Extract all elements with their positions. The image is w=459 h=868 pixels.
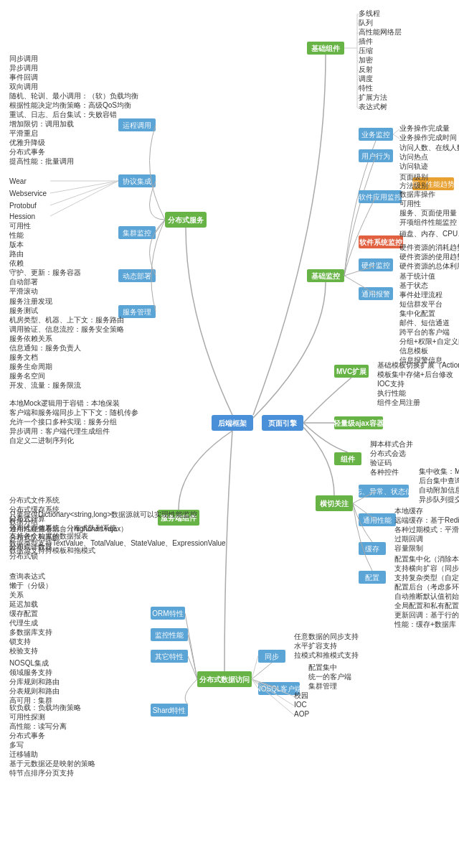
item-webservice: Webservice [9, 190, 47, 197]
item-cache-modes: 各种过期模式：平滑过期、绝对时间过期、依赖过期 [394, 526, 459, 533]
svg-text:分布式服务: 分布式服务 [167, 216, 204, 224]
item-incremental-update: 更新回调：基于行的（同步）控制 [394, 611, 459, 619]
item-hession: Hession [9, 213, 35, 220]
item-status-based: 基于状态 [399, 281, 428, 289]
item-relation: 关系 [9, 591, 24, 599]
item-hardware-usage: 硬件资源的使用趋势（细化到进程） [399, 253, 459, 261]
item-service-page-usage: 服务、页面使用量 [399, 209, 457, 217]
item-guard-update: 守护、更新：服务容器 [9, 269, 81, 276]
item-split-rule: 分库规则和路由 [9, 678, 60, 686]
item-deps: 依赖 [9, 259, 24, 267]
node-backend-label: 后端框架 [217, 419, 247, 427]
item-smooth: 平滑重启 [9, 129, 38, 137]
item-meta-strategy: 基于元数据还是映射的策略 [9, 760, 95, 767]
item-protobuf: Protobuf [9, 202, 37, 210]
item-execution-perf: 执行性能 [377, 389, 406, 397]
item-performance: 性能 [9, 231, 24, 239]
item-split-table-rule: 分表规则和路由 [9, 687, 60, 695]
item-hardware-trend: 硬件资源的消耗趋势（容量规划） [399, 243, 459, 251]
item-central-collect: 集中收集：Mongodb [419, 467, 459, 475]
svg-text:组件: 组件 [340, 455, 356, 463]
item-nosql: NOSQL集成 [9, 659, 49, 667]
item-service-lifetime: 服务生命周期 [9, 363, 52, 370]
item-rolling-deploy: 平滑滚动 [9, 287, 38, 295]
svg-text:软件系统监控: 软件系统监控 [359, 238, 402, 246]
item-compress: 压缩 [359, 47, 373, 55]
item-retry: 重试、日志、后台集试：失败容错 [9, 111, 117, 118]
svg-text:横切关注: 横切关注 [319, 500, 349, 508]
item-hardware-util: 硬件资源的总体利用率 [399, 262, 459, 270]
item-service-doc: 服务文档 [9, 353, 38, 361]
item-proxy-gen: 代理生成 [9, 619, 38, 627]
item-ioc-aop: 校园 [293, 691, 308, 699]
item-disk-mem-cpu: 磁盘、内存、CPU、网络 [399, 230, 459, 238]
item-service-test: 服务测试 [9, 307, 38, 314]
svg-text:硬件监控: 硬件监控 [361, 261, 390, 269]
item-service-owner: 信息通知：服务负责人 [9, 344, 81, 352]
item-multi-write: 多写 [9, 741, 24, 749]
item-page-level: 页面级别 [399, 173, 428, 181]
item-performance-node: 性能：缓存+数据库 [394, 620, 456, 628]
svg-text:Shard特性: Shard特性 [153, 706, 186, 714]
item-config-central: 配置集中化（消除本地配置） [394, 555, 459, 563]
item-async-call: 异步调用 [9, 64, 38, 72]
svg-text:轻量级ajax容器: 轻量级ajax容器 [333, 419, 384, 427]
item-ioc-support: IOC支持 [377, 380, 404, 388]
svg-text:服务管理: 服务管理 [123, 308, 151, 316]
item-plugin: 插件 [359, 37, 373, 45]
item-cache-refresh: 过期回调 [394, 535, 423, 543]
svg-text:基础组件: 基础组件 [311, 45, 341, 52]
item-expression-tree: 表达式树 [359, 103, 387, 111]
item-method-level: 方法级别 [399, 182, 428, 190]
svg-text:ORM特性: ORM特性 [152, 610, 183, 617]
item-biz-op-done: 业务操作完成量 [399, 124, 450, 132]
item-config-central2: 配置集中 [308, 663, 337, 671]
svg-text:配置: 配置 [365, 574, 379, 582]
svg-text:日志、异常、状态信息: 日志、异常、状态信息 [348, 487, 420, 495]
item-wear: Wear [9, 177, 27, 185]
svg-text:软件应用监控: 软件应用监控 [359, 193, 402, 201]
item-msg-cluster: 短信群发平台 [399, 300, 443, 308]
item-service-namespace: 服务名空间 [9, 372, 45, 380]
mind-map-container: 后端框架 页面引擎 分布式服务 协议集成 Wear Webservice Pro… [0, 0, 459, 868]
item-biz-op-time: 业务操作完成时间 [399, 134, 457, 141]
item-template-cache: 模板集中存储+后台修改 [377, 370, 453, 378]
item-central-config: 集中化配置 [399, 309, 435, 317]
item-info-template: 信息模板 [399, 347, 428, 355]
item-mock: 本地Mock逻辑用于容错：本地保装 [9, 399, 120, 407]
item-extend-methods: 扩展方法 [359, 93, 387, 101]
item-auto-add-info: 自动附加信息 [419, 486, 459, 494]
item-group-alert: 分组+权限+自定义间隔 [399, 337, 459, 345]
item-migration: 迁移辅助 [9, 750, 38, 758]
item-service-publish: 服务注册发现 [9, 297, 52, 305]
item-availability2: 可用性 [399, 200, 421, 207]
item-backend-query: 后台集中查询 [419, 477, 459, 485]
node-frontend-label: 页面引擎 [268, 419, 298, 427]
item-config-sync: 支持横向扩容（同步） [394, 564, 459, 572]
item-multidb: 多数据库支持 [9, 628, 52, 636]
item-sms-email: 邮件、短信通道 [399, 319, 450, 327]
item-leader-elect: 领域服务支持 [9, 668, 52, 676]
item-schedule: 调度 [359, 75, 373, 83]
item-throttle: 增加限切：调用加载 [9, 120, 74, 128]
svg-text:通用性能: 通用性能 [363, 516, 392, 524]
item-file-sys: 分布式文件系统 [9, 496, 60, 504]
item-version: 版本 [9, 241, 24, 248]
item-table-check: 校验支持 [9, 647, 38, 655]
item-actionfilter: 基础模板切换扩展（ActionFilter等） [377, 361, 459, 369]
svg-text:业务监控: 业务监控 [361, 131, 390, 139]
svg-text:集群监控: 集群监控 [123, 229, 151, 237]
item-stat-based: 基于统计值 [399, 272, 435, 280]
item-upgrade: 优雅升降级 [9, 139, 45, 146]
item-auto-init: 自动推断默认值初始化：考虑默认启用策略 [394, 592, 459, 600]
item-network: 高性能网络层 [359, 28, 402, 36]
item-queue: 队列 [359, 19, 373, 27]
item-template-mode: 数据源支持持模板和拖模式 [9, 546, 95, 554]
item-various-controls: 各种控件 [370, 468, 399, 476]
item-cluster-mgmt: 集群管理 [308, 682, 337, 690]
item-soft-load: 软负载：负载均衡策略 [9, 704, 81, 711]
item-twoway-call: 双向调用 [9, 83, 38, 90]
item-third-party: 跨平台的客户端 [399, 328, 450, 336]
item-service-deprecate: 开发、流量：服务限流 [9, 381, 81, 389]
svg-text:动态部署: 动态部署 [123, 272, 151, 280]
